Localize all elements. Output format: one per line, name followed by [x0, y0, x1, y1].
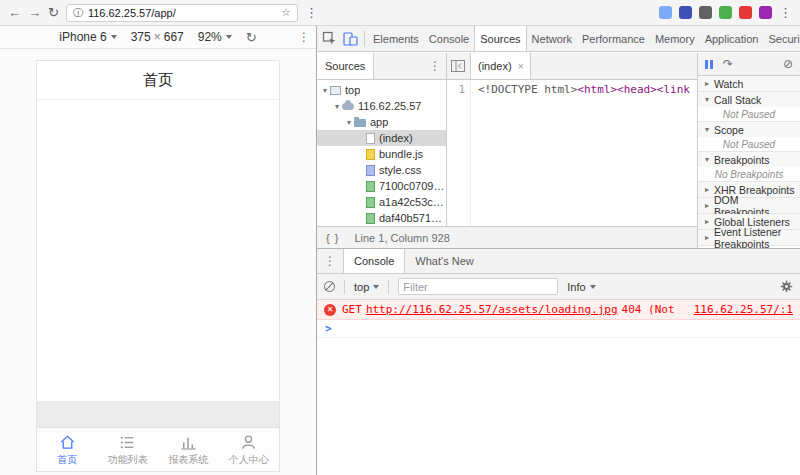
call-stack-status: Not Paused: [698, 107, 800, 121]
context-selector[interactable]: top: [354, 281, 379, 293]
drawer-tabbar: ⋮ Console What's New: [317, 249, 800, 274]
tab-performance[interactable]: Performance: [577, 26, 650, 51]
tree-item-top[interactable]: ▾top: [317, 82, 446, 98]
watch-header[interactable]: ▸Watch: [698, 76, 800, 91]
tree-item-index[interactable]: (index): [317, 130, 446, 146]
close-tab-icon[interactable]: ×: [518, 61, 524, 72]
error-source-link[interactable]: 116.62.25.57/:1: [686, 303, 793, 316]
phone-tab-personal-center[interactable]: 个人中心: [219, 428, 280, 471]
tab-security[interactable]: Security: [763, 26, 800, 51]
editor-tab-index[interactable]: (index) ×: [470, 53, 531, 79]
tree-item-bundle-js[interactable]: bundle.js: [317, 146, 446, 162]
editor-tab-label: (index): [478, 60, 512, 72]
pretty-print-icon[interactable]: { }: [317, 232, 348, 244]
toolbar-divider: [364, 31, 365, 47]
inspect-element-icon[interactable]: [320, 30, 339, 48]
sources-left-group: Sources ⋮ ▾top ▾116.62.25.57 ▾app (index…: [317, 53, 697, 248]
rotate-device-icon[interactable]: ↻: [246, 30, 257, 45]
tree-item-domain[interactable]: ▾116.62.25.57: [317, 98, 446, 114]
reload-icon[interactable]: ↻: [48, 6, 59, 19]
device-emulation-pane: iPhone 6 375×667 92% ↻ ⋮ 首页 首页: [0, 26, 317, 475]
zoom-select[interactable]: 92%: [198, 30, 232, 44]
tree-item-app-folder[interactable]: ▾app: [317, 114, 446, 130]
tab-elements[interactable]: Elements: [368, 26, 424, 51]
deactivate-breakpoints-icon[interactable]: ⊘: [783, 58, 793, 70]
tree-item-image-2[interactable]: a1a42c53c77b10cb…: [317, 194, 446, 210]
toggle-navigator-icon[interactable]: [451, 60, 465, 72]
sources-navigator: Sources ⋮ ▾top ▾116.62.25.57 ▾app (index…: [317, 53, 447, 226]
viewport-dimensions: 375×667: [131, 30, 184, 44]
step-over-icon[interactable]: ↷: [723, 58, 733, 70]
clear-console-icon[interactable]: [324, 281, 335, 292]
call-stack-header[interactable]: ▾Call Stack: [698, 92, 800, 107]
expander-icon[interactable]: ▾: [320, 86, 330, 95]
tab-sources[interactable]: Sources: [474, 26, 526, 51]
tab-memory[interactable]: Memory: [650, 26, 700, 51]
extension-icon[interactable]: [659, 6, 672, 19]
expander-icon: ▾: [702, 155, 712, 164]
bookmark-star-icon[interactable]: ☆: [281, 6, 291, 19]
section-label: Event Listener Breakpoints: [714, 226, 796, 249]
drawer-menu-icon[interactable]: ⋮: [317, 254, 343, 268]
event-listener-breakpoints-header[interactable]: ▸Event Listener Breakpoints: [698, 230, 800, 245]
phone-tab-home[interactable]: 首页: [37, 428, 98, 471]
viewport-height[interactable]: 667: [164, 30, 184, 44]
extension-icon[interactable]: [759, 6, 772, 19]
debugger-controls: ↷ ⊘: [698, 53, 800, 76]
site-info-icon[interactable]: ⓘ: [73, 6, 83, 20]
toolbar-divider: [388, 280, 389, 294]
drawer-tab-whats-new[interactable]: What's New: [405, 249, 483, 273]
viewport-width[interactable]: 375: [131, 30, 151, 44]
tree-item-image-1[interactable]: 7100c07099f225e7…: [317, 178, 446, 194]
extension-icon[interactable]: [699, 6, 712, 19]
device-toolbar-menu-icon[interactable]: ⋮: [298, 30, 310, 44]
window-menu-icon[interactable]: ⋮: [305, 6, 318, 19]
tree-item-image-3[interactable]: daf40b57160c5b69…: [317, 210, 446, 226]
console-settings-gear-icon[interactable]: [780, 280, 793, 293]
browser-menu-icon[interactable]: ⋮: [779, 6, 792, 19]
dom-breakpoints-header[interactable]: ▸DOM Breakpoints: [698, 198, 800, 213]
extension-icon[interactable]: [679, 6, 692, 19]
phone-tab-function-list[interactable]: 功能列表: [98, 428, 159, 471]
section-label: Breakpoints: [714, 154, 769, 166]
tree-item-label: a1a42c53c77b10cb…: [379, 196, 446, 208]
back-icon[interactable]: ←: [8, 6, 21, 19]
section-scope: ▾Scope Not Paused: [698, 122, 800, 152]
device-toolbar: iPhone 6 375×667 92% ↻ ⋮: [0, 26, 316, 49]
phone-tab-label: 首页: [57, 453, 77, 467]
filter-input[interactable]: [398, 278, 558, 295]
console-prompt[interactable]: >: [317, 320, 800, 338]
home-icon: [58, 433, 77, 452]
section-event-listener-breakpoints: ▸Event Listener Breakpoints: [698, 230, 800, 246]
forward-icon[interactable]: →: [28, 6, 41, 19]
tree-item-style-css[interactable]: style.css: [317, 162, 446, 178]
image-file-icon: [366, 181, 375, 192]
tab-network[interactable]: Network: [527, 26, 577, 51]
phone-tab-label: 个人中心: [229, 453, 269, 467]
section-breakpoints: ▾Breakpoints No Breakpoints: [698, 152, 800, 182]
tab-console[interactable]: Console: [424, 26, 474, 51]
error-status: 404 (Not Found): [622, 303, 680, 316]
breakpoints-header[interactable]: ▾Breakpoints: [698, 152, 800, 167]
navigator-menu-icon[interactable]: ⋮: [424, 59, 446, 73]
error-url-link[interactable]: http://116.62.25.57/assets/loading.jpg: [366, 303, 618, 316]
phone-tab-report-system[interactable]: 报表系统: [158, 428, 219, 471]
folder-icon: [354, 119, 366, 127]
tree-item-label: 7100c07099f225e7…: [379, 180, 446, 192]
extension-icon[interactable]: [719, 6, 732, 19]
tab-application[interactable]: Application: [700, 26, 764, 51]
scope-status: Not Paused: [698, 137, 800, 151]
device-toggle-icon[interactable]: [341, 30, 360, 48]
log-level-selector[interactable]: Info: [567, 281, 595, 293]
expander-icon[interactable]: ▾: [344, 118, 354, 127]
drawer-tab-console[interactable]: Console: [343, 249, 405, 273]
scope-header[interactable]: ▾Scope: [698, 122, 800, 137]
navigator-sources-tab[interactable]: Sources: [317, 53, 374, 79]
tree-item-label: 116.62.25.57: [358, 100, 421, 112]
extension-icon[interactable]: [739, 6, 752, 19]
device-select[interactable]: iPhone 6: [59, 30, 116, 44]
pause-icon[interactable]: [705, 60, 713, 69]
expander-icon[interactable]: ▾: [332, 102, 342, 111]
address-bar[interactable]: ⓘ 116.62.25.57/app/ ☆: [66, 4, 298, 22]
code-area[interactable]: 1 <!DOCTYPE html><html><head><link rel="…: [447, 80, 697, 226]
